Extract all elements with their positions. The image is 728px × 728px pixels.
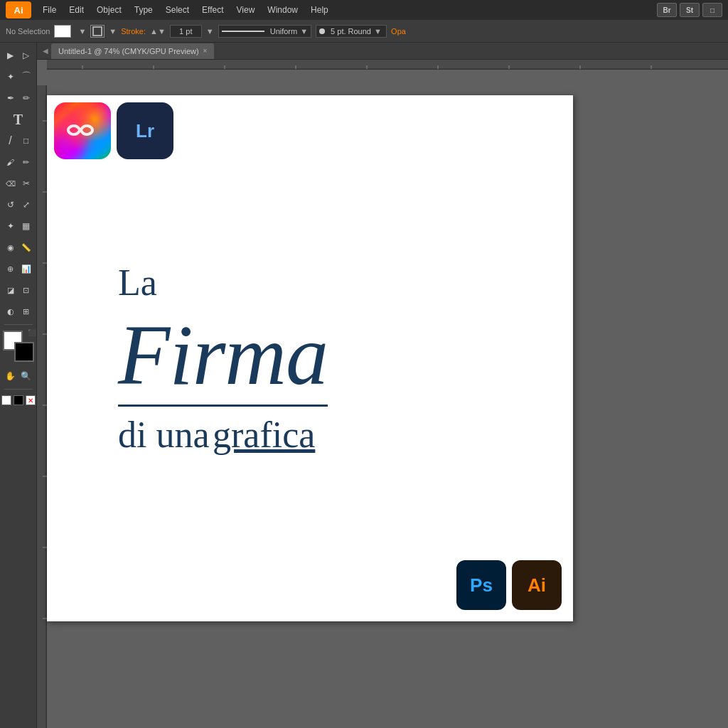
tool-row-warp: ✦ ▦: [3, 216, 33, 236]
menu-effect[interactable]: Effect: [196, 4, 229, 16]
direct-selection-tool[interactable]: ▷: [18, 46, 33, 65]
tool-row-eraser: ⌫ ✂: [3, 173, 33, 193]
photoshop-icon: Ps: [456, 560, 506, 610]
selection-label: No Selection: [6, 27, 50, 36]
magic-wand-tool[interactable]: ✦: [3, 67, 18, 87]
bridge-button[interactable]: Br: [657, 3, 677, 17]
mirror-tool[interactable]: ⤢: [18, 195, 33, 215]
small-white-square[interactable]: [1, 395, 11, 405]
small-none-square[interactable]: ✕: [26, 395, 36, 405]
eyedropper-tool[interactable]: ◉: [3, 237, 18, 257]
tool-row-hand: ✋ 🔍: [3, 366, 33, 386]
text-firma: Firma: [118, 311, 328, 407]
zoom-tool[interactable]: 🔍: [18, 366, 33, 386]
background-color[interactable]: [14, 342, 34, 362]
eraser-tool[interactable]: ⌫: [3, 173, 18, 193]
warp-tool[interactable]: ✦: [3, 216, 18, 236]
pen-tool[interactable]: ✒: [3, 88, 18, 108]
ai-text-bottom: Ai: [528, 574, 546, 596]
tool-row-slice: ◪ ⊡: [3, 280, 33, 300]
fill-color-box[interactable]: [54, 25, 71, 38]
color-boxes: ⬛: [3, 331, 34, 362]
canvas-area: ◀ Untitled-1 @ 74% (CMYK/GPU Preview) ×: [37, 43, 728, 728]
tool-row-magic: ✦ ⌒: [3, 67, 33, 87]
menu-right-buttons: Br St □: [657, 3, 722, 17]
text-di-una: di una: [118, 414, 210, 455]
bars-tool[interactable]: ▦: [18, 216, 33, 236]
blend-tool[interactable]: ⊕: [3, 259, 18, 279]
text-la: La: [118, 262, 157, 304]
small-color-squares: ✕: [1, 395, 36, 405]
hand-tool[interactable]: ✋: [3, 366, 18, 386]
line-tool[interactable]: /: [3, 131, 18, 151]
artboard: Lr La Firma di una grafica: [47, 95, 573, 621]
selection-tool[interactable]: ▶: [3, 46, 18, 65]
tool-divider-2: [4, 389, 33, 390]
stock-button[interactable]: St: [680, 3, 700, 17]
options-bar: No Selection ▼ ▼ Stroke: ▲▼ ▼ Uniform ▼ …: [0, 20, 728, 43]
menu-object[interactable]: Object: [91, 4, 127, 16]
tab-close-button[interactable]: ×: [203, 47, 208, 55]
text-grafica: grafica: [213, 414, 315, 455]
app-logo: Ai: [6, 1, 31, 18]
tab-scroll-left[interactable]: ◀: [40, 46, 51, 57]
tool-row-pen: ✒ ✏: [3, 88, 33, 108]
color-reset-icon[interactable]: ⬛: [28, 329, 36, 336]
menu-help[interactable]: Help: [305, 4, 334, 16]
workspace-button[interactable]: □: [702, 3, 722, 17]
tool-row-paint: 🖌 ✏: [3, 152, 33, 172]
text-di-una-grafica-row: di una grafica: [118, 414, 315, 456]
main-area: ▶ ▷ ✦ ⌒ ✒ ✏ T / □ 🖌 ✏ ⌫ ✂ ↺ ⤢ ✦ ▦: [0, 43, 728, 728]
graph-tool[interactable]: 📊: [18, 259, 33, 279]
stroke-label: Stroke:: [121, 27, 146, 36]
toolbar: ▶ ▷ ✦ ⌒ ✒ ✏ T / □ 🖌 ✏ ⌫ ✂ ↺ ⤢ ✦ ▦: [0, 43, 37, 728]
tool-row-blend: ⊕ 📊: [3, 259, 33, 279]
mesh-tool[interactable]: ⊞: [18, 301, 33, 321]
creative-cloud-icon: [54, 102, 111, 159]
ps-text: Ps: [470, 574, 493, 596]
ruler-horizontal: [47, 60, 728, 70]
stroke-type-selector[interactable]: Uniform ▼: [218, 25, 311, 38]
menu-select[interactable]: Select: [160, 4, 195, 16]
tool-row-eyedropper: ◉ 📏: [3, 237, 33, 257]
stroke-box[interactable]: [90, 25, 105, 38]
tool-row-rotate: ↺ ⤢: [3, 195, 33, 215]
lr-text: Lr: [136, 120, 154, 142]
pencil-tool[interactable]: ✏: [18, 152, 33, 172]
cc-logo-text: [67, 119, 98, 143]
tool-divider: [4, 324, 33, 325]
menu-file[interactable]: File: [37, 4, 62, 16]
measure-tool[interactable]: 📏: [18, 237, 33, 257]
app-icons-bottom: Ps Ai: [456, 560, 562, 610]
type-tool[interactable]: T: [3, 109, 34, 129]
illustrator-icon: Ai: [512, 560, 562, 610]
menu-view[interactable]: View: [231, 4, 261, 16]
menu-window[interactable]: Window: [262, 4, 304, 16]
stroke-width-input[interactable]: [170, 25, 202, 38]
tool-row-selection: ▶ ▷: [3, 46, 33, 65]
lasso-tool[interactable]: ⌒: [18, 67, 33, 87]
small-black-square[interactable]: [14, 395, 23, 405]
opacity-label: Opa: [391, 27, 406, 36]
menu-edit[interactable]: Edit: [63, 4, 90, 16]
document-tab[interactable]: Untitled-1 @ 74% (CMYK/GPU Preview) ×: [51, 43, 214, 59]
scissor-tool[interactable]: ✂: [18, 173, 33, 193]
crop-tool[interactable]: ⊡: [18, 280, 33, 300]
tab-title: Untitled-1 @ 74% (CMYK/GPU Preview): [58, 47, 199, 55]
gradient-tool[interactable]: ◐: [3, 301, 18, 321]
app-icons-top: Lr: [54, 102, 173, 159]
menu-type[interactable]: Type: [129, 4, 159, 16]
lightroom-icon: Lr: [117, 102, 173, 159]
slice-tool[interactable]: ◪: [3, 280, 18, 300]
pen-alt-tool[interactable]: ✏: [18, 88, 33, 108]
artboard-content: La Firma di una grafica: [47, 95, 573, 621]
rotate-tool[interactable]: ↺: [3, 195, 18, 215]
tool-row-gradient: ◐ ⊞: [3, 301, 33, 321]
paintbrush-tool[interactable]: 🖌: [3, 152, 18, 172]
tool-row-line: / □: [3, 131, 33, 151]
menu-bar: Ai File Edit Object Type Select Effect V…: [0, 0, 728, 20]
shape-tool[interactable]: □: [18, 131, 33, 151]
tab-bar: ◀ Untitled-1 @ 74% (CMYK/GPU Preview) ×: [37, 43, 728, 60]
stroke-cap-selector[interactable]: 5 pt. Round ▼: [316, 25, 387, 38]
